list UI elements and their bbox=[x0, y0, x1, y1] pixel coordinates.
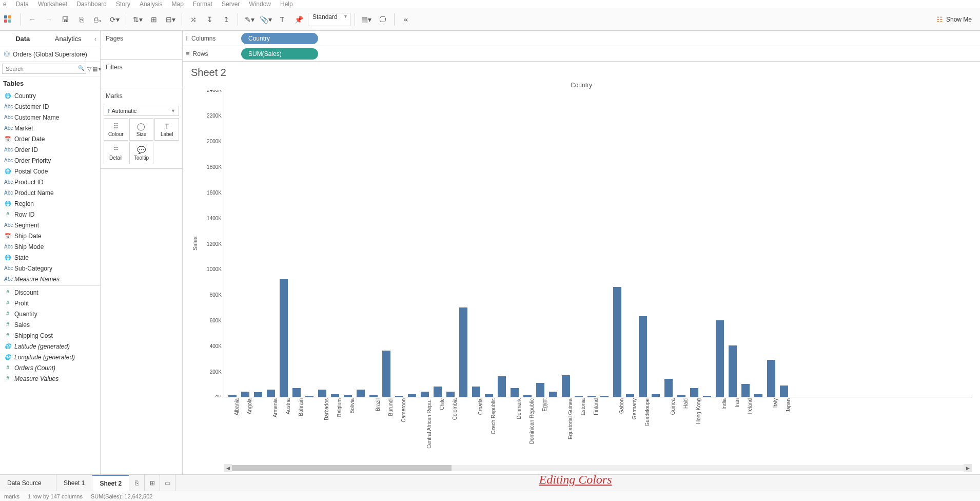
view-fields-button[interactable]: ▦ bbox=[92, 64, 97, 73]
refresh-button[interactable]: ⟳▾ bbox=[107, 12, 122, 27]
menu-item-map[interactable]: Map bbox=[172, 1, 184, 8]
scroll-right-button[interactable]: ▶ bbox=[964, 464, 972, 472]
field-order-priority[interactable]: AbcOrder Priority bbox=[0, 155, 100, 166]
tab-analytics[interactable]: Analytics bbox=[46, 31, 91, 47]
bar[interactable] bbox=[536, 383, 544, 397]
bar[interactable] bbox=[639, 316, 647, 397]
bar[interactable] bbox=[690, 388, 698, 397]
menu-item-data[interactable]: Data bbox=[16, 1, 29, 8]
bar[interactable] bbox=[267, 390, 275, 397]
bar[interactable] bbox=[369, 395, 378, 397]
field-product-id[interactable]: AbcProduct ID bbox=[0, 177, 100, 187]
show-me-button[interactable]: ☷ Show Me bbox=[936, 15, 977, 24]
new-worksheet-button[interactable]: ⎙▾ bbox=[91, 12, 105, 27]
sort-asc-button[interactable]: ↧ bbox=[203, 12, 217, 27]
field-discount[interactable]: #Discount bbox=[0, 287, 100, 298]
rows-shelf[interactable]: ≡Rows SUM(Sales) bbox=[183, 46, 980, 62]
field-state[interactable]: 🌐State bbox=[0, 252, 100, 263]
bar[interactable] bbox=[780, 386, 788, 397]
bar[interactable] bbox=[511, 388, 519, 397]
marks-colour-button[interactable]: ⠿Colour bbox=[104, 118, 128, 141]
filters-card[interactable]: Filters bbox=[101, 60, 182, 88]
save-button[interactable]: 🖫 bbox=[58, 12, 72, 27]
menu-item-worksheet[interactable]: Worksheet bbox=[38, 1, 67, 8]
field-shipping-cost[interactable]: #Shipping Cost bbox=[0, 330, 100, 341]
sheet-title[interactable]: Sheet 2 bbox=[191, 67, 972, 79]
highlight-button[interactable]: ✎▾ bbox=[242, 12, 257, 27]
bar[interactable] bbox=[228, 395, 237, 397]
field-quantity[interactable]: #Quantity bbox=[0, 309, 100, 319]
view-cards-button[interactable]: ▦▾ bbox=[359, 12, 374, 27]
field-segment[interactable]: AbcSegment bbox=[0, 220, 100, 230]
tab-sheet2[interactable]: Sheet 2 bbox=[92, 475, 129, 491]
bar[interactable] bbox=[446, 392, 455, 397]
tab-data-source[interactable]: Data Source bbox=[0, 475, 56, 491]
back-button[interactable]: ← bbox=[25, 12, 40, 27]
menu-item-server[interactable]: Server bbox=[222, 1, 240, 8]
bar[interactable] bbox=[523, 395, 532, 397]
field-measure-values[interactable]: #Measure Values bbox=[0, 373, 100, 384]
field-row-id[interactable]: #Row ID bbox=[0, 209, 100, 220]
field-order-date[interactable]: 📅Order Date bbox=[0, 133, 100, 144]
presentation-button[interactable]: 🖵 bbox=[376, 12, 390, 27]
marks-type-select[interactable]: ⫯ Automatic ▼ bbox=[104, 106, 179, 116]
columns-pill-country[interactable]: Country bbox=[241, 33, 318, 44]
swap-button[interactable]: ⇅▾ bbox=[130, 12, 145, 27]
bar[interactable] bbox=[562, 375, 570, 397]
bar[interactable] bbox=[459, 307, 467, 397]
field-latitude-generated-[interactable]: 🌐Latitude (generated) bbox=[0, 341, 100, 352]
scroll-thumb[interactable] bbox=[232, 465, 452, 471]
chart-plot[interactable] bbox=[224, 90, 972, 397]
menu-item-e[interactable]: e bbox=[3, 1, 7, 8]
marks-tooltip-button[interactable]: 💬Tooltip bbox=[129, 142, 154, 164]
menu-item-window[interactable]: Window bbox=[249, 1, 271, 8]
bar[interactable] bbox=[549, 392, 557, 397]
bar[interactable] bbox=[318, 390, 326, 397]
collapse-sidebar-button[interactable]: ‹ bbox=[91, 31, 100, 47]
fit-select[interactable]: Standard bbox=[308, 13, 350, 26]
new-sheet-button[interactable]: ⎘ bbox=[129, 475, 145, 491]
bar[interactable] bbox=[331, 394, 339, 397]
field-ship-date[interactable]: 📅Ship Date bbox=[0, 230, 100, 241]
field-postal-code[interactable]: 🌐Postal Code bbox=[0, 166, 100, 177]
forward-button[interactable]: → bbox=[42, 12, 56, 27]
field-product-name[interactable]: AbcProduct Name bbox=[0, 187, 100, 198]
bar[interactable] bbox=[716, 320, 724, 397]
field-order-id[interactable]: AbcOrder ID bbox=[0, 144, 100, 155]
search-input[interactable] bbox=[2, 64, 86, 74]
tab-data[interactable]: Data bbox=[0, 31, 46, 47]
bar[interactable] bbox=[652, 394, 660, 397]
share-button[interactable]: ∝ bbox=[399, 12, 413, 27]
bar[interactable] bbox=[600, 396, 609, 397]
pin-button[interactable]: 📌 bbox=[291, 12, 306, 27]
bar[interactable] bbox=[421, 392, 429, 397]
bar[interactable] bbox=[703, 396, 711, 397]
totals-button[interactable]: ⊟▾ bbox=[163, 12, 178, 27]
bar[interactable] bbox=[587, 396, 596, 397]
bar[interactable] bbox=[292, 388, 301, 397]
bar[interactable] bbox=[613, 287, 621, 397]
group-button[interactable]: ⊞ bbox=[147, 12, 161, 27]
bar[interactable] bbox=[305, 396, 313, 397]
marks-size-button[interactable]: ◯Size bbox=[129, 118, 154, 141]
menu-item-help[interactable]: Help bbox=[280, 1, 293, 8]
bar[interactable] bbox=[498, 376, 506, 397]
bar[interactable] bbox=[357, 390, 365, 397]
scroll-left-button[interactable]: ◀ bbox=[224, 464, 232, 472]
field-country[interactable]: 🌐Country bbox=[0, 90, 100, 101]
bar[interactable] bbox=[395, 396, 403, 397]
bar[interactable] bbox=[344, 395, 352, 397]
bar[interactable] bbox=[729, 345, 737, 397]
filter-fields-button[interactable]: ▽ bbox=[87, 64, 91, 73]
menu-item-analysis[interactable]: Analysis bbox=[140, 1, 163, 8]
columns-shelf[interactable]: ⦀Columns Country bbox=[183, 31, 980, 46]
bar[interactable] bbox=[754, 394, 762, 397]
marks-label-button[interactable]: TLabel bbox=[154, 118, 179, 141]
bar[interactable] bbox=[408, 394, 416, 397]
bar[interactable] bbox=[382, 351, 390, 397]
bar[interactable] bbox=[664, 379, 673, 397]
bar[interactable] bbox=[241, 392, 249, 397]
pages-card[interactable]: Pages bbox=[101, 31, 182, 60]
label-button[interactable]: T bbox=[275, 12, 289, 27]
menu-item-format[interactable]: Format bbox=[193, 1, 212, 8]
